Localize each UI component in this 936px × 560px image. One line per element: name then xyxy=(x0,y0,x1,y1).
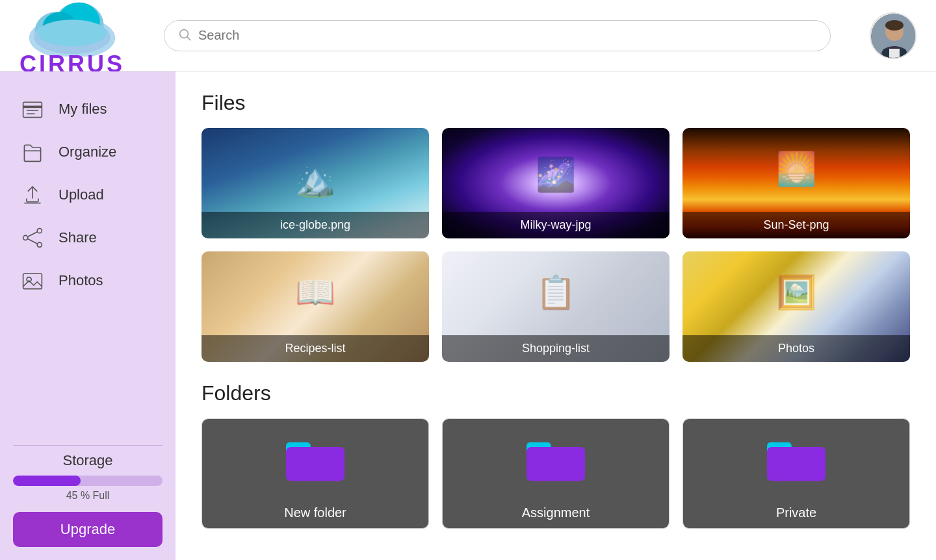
file-card-photos[interactable]: Photos xyxy=(682,251,910,362)
sidebar-item-my-files-label: My files xyxy=(58,101,107,118)
svg-rect-26 xyxy=(23,274,42,288)
svg-point-21 xyxy=(37,229,42,233)
file-label-recipes: Recipes-list xyxy=(202,335,429,362)
file-label-shopping: Shopping-list xyxy=(442,335,670,362)
storage-bar xyxy=(13,476,162,486)
file-label-sun-set: Sun-Set-png xyxy=(682,212,910,238)
search-bar[interactable] xyxy=(164,20,831,51)
storage-section: Storage 45 % Full Upgrade xyxy=(13,452,162,547)
files-title: Files xyxy=(202,91,910,115)
folder-icon-area-new xyxy=(202,419,428,498)
my-files-icon xyxy=(20,96,46,122)
folder-card-private[interactable]: Private xyxy=(682,418,910,529)
svg-line-24 xyxy=(28,239,37,244)
folder-label-assignment: Assignment xyxy=(443,498,669,528)
sidebar-nav: My files Organize Upload Share xyxy=(13,91,162,439)
file-label-ice-globe: ice-globe.png xyxy=(202,212,429,238)
sidebar-item-upload[interactable]: Upload xyxy=(13,177,162,213)
sidebar-item-share[interactable]: Share xyxy=(13,220,162,256)
file-card-ice-globe[interactable]: ice-globe.png xyxy=(202,128,429,238)
svg-line-8 xyxy=(187,37,190,40)
svg-point-23 xyxy=(23,235,28,240)
folders-grid: New folder Assignment xyxy=(202,418,910,529)
file-card-recipes[interactable]: Recipes-list xyxy=(202,251,429,362)
folder-icon-area-assignment xyxy=(443,419,669,498)
sidebar-item-upload-label: Upload xyxy=(58,186,104,203)
main-layout: My files Organize Upload Share xyxy=(0,71,936,560)
search-input[interactable] xyxy=(198,28,817,43)
svg-point-6 xyxy=(38,19,107,46)
folders-title: Folders xyxy=(202,381,910,405)
file-card-milky-way[interactable]: Milky-way-jpg xyxy=(442,128,670,238)
folder-label-private: Private xyxy=(683,498,909,528)
svg-rect-16 xyxy=(23,106,42,108)
upload-icon xyxy=(20,182,46,208)
folder-card-new[interactable]: New folder xyxy=(202,418,429,529)
file-card-shopping[interactable]: Shopping-list xyxy=(442,251,670,362)
sidebar-item-photos-label: Photos xyxy=(58,272,103,289)
main-content: Files ice-globe.png Milky-way-jpg Sun-Se… xyxy=(176,71,936,560)
svg-point-12 xyxy=(885,20,904,31)
sidebar-item-photos[interactable]: Photos xyxy=(13,262,162,299)
upgrade-button[interactable]: Upgrade xyxy=(13,512,162,547)
svg-rect-15 xyxy=(23,102,42,117)
storage-title: Storage xyxy=(13,452,162,469)
header: CIRRUS xyxy=(0,0,936,71)
svg-rect-36 xyxy=(767,447,826,481)
file-card-sun-set[interactable]: Sun-Set-png xyxy=(682,128,910,238)
svg-rect-33 xyxy=(526,447,585,481)
svg-point-7 xyxy=(180,29,188,38)
sidebar-item-organize[interactable]: Organize xyxy=(13,134,162,170)
sidebar-divider xyxy=(13,445,162,446)
sidebar-item-organize-label: Organize xyxy=(58,144,116,160)
sidebar: My files Organize Upload Share xyxy=(0,71,176,560)
svg-rect-30 xyxy=(286,447,344,481)
search-icon xyxy=(177,27,192,44)
share-icon xyxy=(20,225,46,251)
organize-icon xyxy=(20,139,46,165)
folder-card-assignment[interactable]: Assignment xyxy=(442,418,670,529)
svg-line-25 xyxy=(28,232,37,236)
sidebar-item-my-files[interactable]: My files xyxy=(13,91,162,127)
svg-rect-14 xyxy=(889,49,900,59)
logo-area: CIRRUS xyxy=(20,0,125,76)
sidebar-item-share-label: Share xyxy=(58,229,97,246)
file-label-milky-way: Milky-way-jpg xyxy=(442,212,670,238)
photos-icon xyxy=(20,268,46,294)
svg-point-22 xyxy=(37,242,42,247)
folder-label-new: New folder xyxy=(202,498,428,528)
folder-icon-area-private xyxy=(683,419,909,498)
storage-bar-fill xyxy=(13,476,81,486)
file-label-photos: Photos xyxy=(682,335,910,362)
cloud-logo-icon xyxy=(20,0,125,57)
files-grid: ice-globe.png Milky-way-jpg Sun-Set-png … xyxy=(202,128,910,362)
avatar[interactable] xyxy=(870,12,916,59)
storage-text: 45 % Full xyxy=(13,490,162,502)
